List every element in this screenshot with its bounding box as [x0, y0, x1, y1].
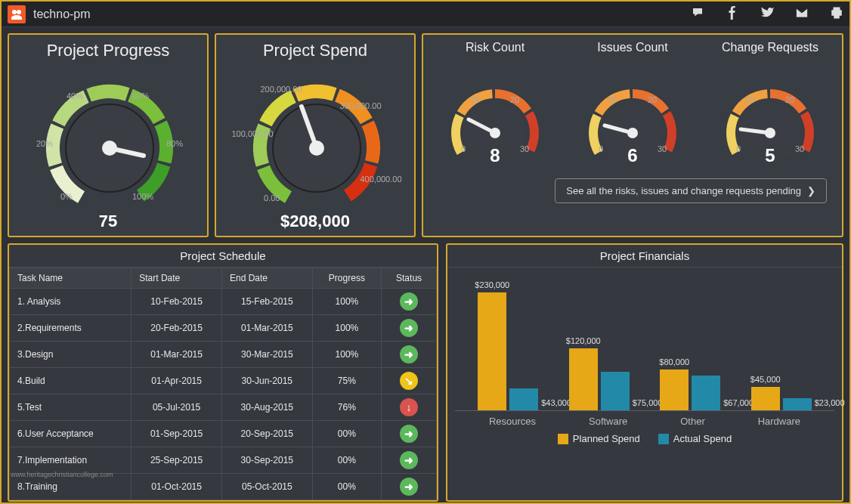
- x-axis-label: Resources: [489, 416, 536, 427]
- svg-text:200,000.00: 200,000.00: [260, 85, 302, 94]
- legend-actual: Actual Spend: [658, 433, 732, 444]
- gauge-project-spend: Project Spend 200,000.00300,000.00 100,0…: [215, 33, 416, 237]
- watermark: www.heritagechristiancollege.com: [11, 471, 113, 478]
- gauge-title: Change Requests: [710, 41, 831, 70]
- status-icon: ↘: [400, 372, 418, 390]
- gauge-change-requests: Change Requests 1020 030 5: [710, 41, 831, 166]
- chat-icon[interactable]: [691, 6, 704, 23]
- email-icon[interactable]: [795, 6, 809, 23]
- bar-planned: $230,000: [478, 292, 506, 410]
- legend-planned: Planned Spend: [558, 433, 640, 444]
- gauge-title: Project Progress: [15, 41, 201, 60]
- col-progress: Progress: [312, 268, 381, 289]
- svg-text:400,000.00: 400,000.00: [360, 175, 401, 184]
- project-schedule-panel: Project Schedule Task Name Start Date En…: [8, 243, 438, 502]
- project-financials-panel: Project Financials $230,000$43,000$120,0…: [446, 243, 843, 502]
- gauge-value: 75: [15, 212, 201, 231]
- table-row: 3.Design01-Mar-201530-Mar-2015100%➜: [10, 342, 437, 368]
- svg-text:20: 20: [510, 95, 519, 104]
- svg-text:20: 20: [648, 95, 657, 104]
- schedule-table: Task Name Start Date End Date Progress S…: [9, 267, 437, 500]
- bar-group: $80,000$67,000: [652, 369, 728, 410]
- bar-planned: $45,000: [751, 387, 780, 410]
- status-icon: ➜: [400, 319, 418, 337]
- bar-actual: $23,000: [783, 398, 812, 410]
- bar-planned: $80,000: [660, 369, 689, 410]
- table-row: 2.Requirements20-Feb-201501-Mar-2015100%…: [10, 315, 437, 342]
- svg-text:0.00: 0.00: [264, 193, 280, 203]
- bar-group: $230,000$43,000: [470, 292, 546, 410]
- svg-point-1: [17, 10, 21, 14]
- svg-text:0: 0: [461, 144, 466, 153]
- col-task: Task Name: [10, 268, 132, 289]
- svg-text:10: 10: [745, 95, 754, 104]
- panel-title: Project Schedule: [9, 245, 437, 267]
- svg-text:100%: 100%: [132, 192, 153, 201]
- gauges-small-panel: Risk Count 1020 030 8 Issues Count 1020 …: [422, 33, 843, 237]
- gauge-risk-count: Risk Count 1020 030 8: [435, 41, 555, 166]
- status-icon: ➜: [400, 451, 418, 469]
- financials-chart: $230,000$43,000$120,000$75,000$80,000$67…: [447, 267, 842, 464]
- status-icon: ➜: [400, 345, 418, 363]
- bar-group: $45,000$23,000: [744, 387, 819, 410]
- print-icon[interactable]: [830, 6, 843, 23]
- gauge-value: 8: [490, 145, 500, 165]
- bar-actual: $67,000: [692, 376, 720, 410]
- svg-text:60%: 60%: [132, 91, 149, 100]
- col-status: Status: [382, 268, 437, 289]
- bar-actual: $43,000: [509, 388, 538, 410]
- status-icon: ➜: [400, 425, 418, 443]
- table-row: 5.Test05-Jul-201530-Aug-201576%↓: [10, 394, 437, 421]
- gauge-title: Risk Count: [435, 41, 555, 70]
- top-bar: techno-pm: [2, 2, 849, 27]
- svg-text:0%: 0%: [60, 192, 73, 201]
- brand-label: techno-pm: [33, 8, 91, 21]
- svg-text:80%: 80%: [166, 139, 183, 148]
- svg-text:100,000.00: 100,000.00: [231, 129, 273, 138]
- svg-text:30: 30: [658, 144, 667, 153]
- pending-link-button[interactable]: See all the risks, issues and change req…: [555, 178, 827, 203]
- chevron-right-icon: ❯: [807, 185, 815, 196]
- svg-text:0: 0: [599, 144, 603, 153]
- gauge-value: 5: [765, 145, 775, 165]
- bar-actual: $75,000: [601, 372, 630, 410]
- logo-icon: [8, 5, 26, 23]
- status-icon: ↓: [400, 398, 418, 416]
- svg-text:30: 30: [795, 144, 804, 153]
- twitter-icon[interactable]: [760, 6, 774, 23]
- table-row: 6.User Acceptance01-Sep-201520-Sep-20150…: [10, 421, 437, 447]
- gauge-title: Project Spend: [222, 41, 408, 60]
- facebook-icon[interactable]: [726, 6, 739, 23]
- gauge-project-progress: Project Progress 40%60% 20%80% 0%100% 75: [8, 33, 209, 237]
- svg-text:10: 10: [608, 95, 617, 104]
- bar-group: $120,000$75,000: [562, 348, 637, 410]
- col-end: End Date: [221, 268, 312, 289]
- pending-link-label: See all the risks, issues and change req…: [566, 185, 801, 196]
- x-axis-label: Other: [680, 416, 705, 427]
- bar-planned: $120,000: [569, 348, 598, 410]
- panel-title: Project Financials: [447, 245, 842, 267]
- svg-text:40%: 40%: [67, 91, 83, 100]
- svg-text:20: 20: [785, 95, 794, 104]
- status-icon: ➜: [400, 292, 418, 311]
- status-icon: ➜: [400, 478, 418, 496]
- svg-text:300,000.00: 300,000.00: [339, 101, 381, 110]
- svg-text:10: 10: [470, 95, 479, 104]
- gauge-value: 6: [627, 145, 637, 165]
- gauge-issues-count: Issues Count 1020 030 6: [572, 41, 693, 166]
- svg-point-0: [12, 10, 17, 14]
- col-start: Start Date: [132, 268, 222, 289]
- x-axis-label: Hardware: [758, 416, 800, 427]
- svg-text:20%: 20%: [36, 139, 53, 148]
- table-row: 1. Analysis10-Feb-201515-Feb-2015100%➜: [10, 289, 437, 315]
- svg-text:30: 30: [520, 144, 529, 153]
- svg-text:0: 0: [736, 144, 741, 153]
- table-row: 4.Build01-Apr-201530-Jun-201575%↘: [10, 368, 437, 394]
- gauge-value: $208,000: [222, 212, 408, 231]
- gauge-title: Issues Count: [572, 41, 693, 70]
- table-row: 7.Implementation25-Sep-201530-Sep-201500…: [10, 447, 437, 474]
- x-axis-label: Software: [589, 416, 627, 427]
